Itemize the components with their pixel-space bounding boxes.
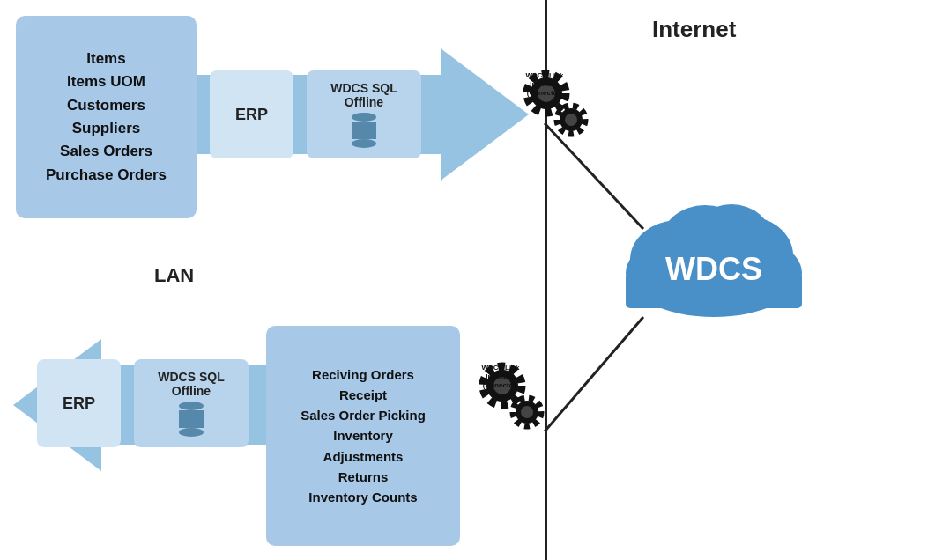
top-erp-box: ERP [210,70,293,158]
top-info-line-1: Items [86,48,125,70]
svg-text:WDCS: WDCS [665,251,762,287]
bottom-wdcs-sql-box: WDCS SQL Offline [134,359,249,447]
svg-text:WDCS Link: WDCS Link [481,364,520,372]
bottom-db-icon [179,402,204,437]
bottom-wdcs-sql-line2: Offline [172,384,211,398]
svg-text:(Conector): (Conector) [483,381,519,389]
cloud-svg: WDCS [608,176,820,317]
top-gear-icon: WDCS Link Interface (Conector) [520,60,595,144]
bottom-gear-icon: WDCS Link Interface (Conector) [476,352,551,436]
lan-text: LAN [154,264,194,286]
svg-text:Interface: Interface [486,372,516,380]
bottom-info-line-3: Sales Order Picking [301,405,426,425]
svg-point-18 [521,406,533,418]
svg-text:WDCS Link: WDCS Link [525,71,564,79]
bottom-info-line-7: Inventory Counts [308,487,417,507]
lan-label: LAN [154,264,194,287]
bottom-info-line-2: Receipt [339,385,387,405]
top-info-line-4: Suppliers [72,117,140,140]
internet-label: Internet [652,16,736,43]
bottom-erp-box: ERP [37,359,121,447]
bottom-erp-label: ERP [63,394,95,413]
svg-text:Interface: Interface [530,80,560,88]
top-info-line-5: Sales Orders [60,140,152,163]
top-wdcs-sql-line1: WDCS SQL [330,81,397,95]
wdcs-cloud: WDCS [608,176,820,317]
bottom-info-line-1: Reciving Orders [312,365,414,385]
svg-point-8 [565,114,577,126]
svg-line-1 [545,317,643,431]
bottom-info-line-5: Adjustments [323,446,404,467]
top-info-line-2: Items UOM [67,70,145,93]
top-wdcs-sql-box: WDCS SQL Offline [307,70,421,158]
svg-text:(Conector): (Conector) [527,89,563,97]
top-wdcs-sql-line2: Offline [345,95,383,109]
top-db-icon [352,113,376,148]
top-info-line-3: Customers [67,94,145,117]
bottom-info-line-6: Returns [338,467,389,487]
top-info-line-6: Purchase Orders [46,164,167,187]
bottom-wdcs-sql-line1: WDCS SQL [158,370,224,384]
bottom-info-box: Reciving Orders Receipt Sales Order Pick… [266,326,460,546]
bottom-info-line-4: Inventory [333,425,393,446]
top-erp-label: ERP [235,106,268,124]
top-info-box: Items Items UOM Customers Suppliers Sale… [16,16,197,218]
